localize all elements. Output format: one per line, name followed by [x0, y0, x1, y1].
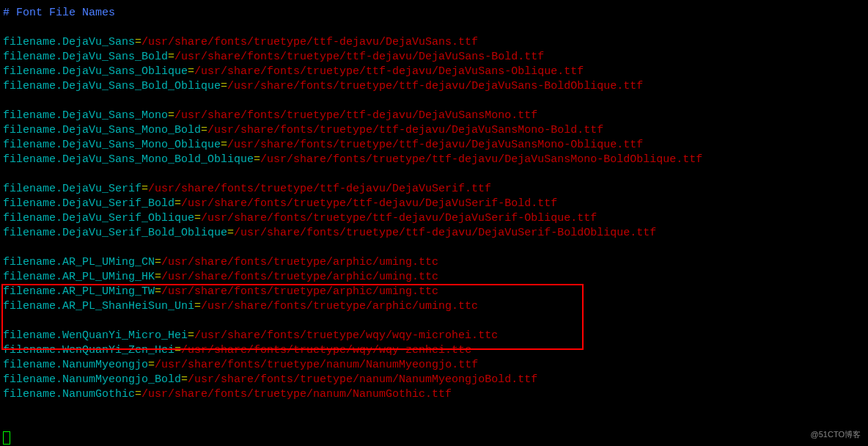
equals-sign: =: [168, 51, 174, 63]
config-key: filename.DejaVu_Serif_Bold_Oblique: [3, 227, 227, 239]
config-key: filename.WenQuanYi_Zen_Hei: [3, 344, 174, 357]
config-line: filename.DejaVu_Sans_Mono=/usr/share/fon…: [3, 109, 868, 123]
config-path: /usr/share/fonts/truetype/ttf-dejavu/Dej…: [174, 51, 544, 63]
equals-sign: =: [221, 80, 227, 92]
blank-line: [3, 314, 868, 329]
config-line: filename.DejaVu_Sans_Mono_Oblique=/usr/s…: [3, 138, 868, 153]
equals-sign: =: [155, 256, 161, 268]
equals-sign: =: [194, 300, 201, 312]
config-path: /usr/share/fonts/truetype/ttf-dejavu/Dej…: [234, 227, 656, 239]
equals-sign: =: [254, 153, 260, 166]
config-line: filename.NanumMyeongjo=/usr/share/fonts/…: [3, 358, 868, 373]
config-line: filename.DejaVu_Sans_Bold=/usr/share/fon…: [3, 50, 868, 65]
config-path: /usr/share/fonts/truetype/wqy/wqy-zenhei…: [181, 344, 471, 357]
config-line: filename.AR_PL_UMing_CN=/usr/share/fonts…: [3, 255, 868, 270]
config-key: filename.DejaVu_Sans_Bold: [3, 51, 168, 63]
config-key: filename.DejaVu_Sans: [3, 36, 135, 48]
config-path: /usr/share/fonts/truetype/ttf-dejavu/Dej…: [201, 212, 597, 224]
comment-text: # Font File Names: [3, 7, 115, 19]
config-key: filename.NanumMyeongjo_Bold: [3, 373, 181, 386]
config-key: filename.NanumGothic: [3, 388, 135, 401]
config-path: /usr/share/fonts/truetype/ttf-dejavu/Dej…: [194, 65, 584, 78]
config-line: filename.DejaVu_Sans_Mono_Bold_Oblique=/…: [3, 153, 868, 167]
config-key: filename.AR_PL_UMing_HK: [3, 271, 155, 283]
blank-line: [3, 21, 868, 35]
config-line: filename.WenQuanYi_Zen_Hei=/usr/share/fo…: [3, 343, 868, 358]
config-line: filename.DejaVu_Sans_Mono_Bold=/usr/shar…: [3, 123, 868, 138]
config-path: /usr/share/fonts/truetype/ttf-dejavu/Dej…: [148, 183, 491, 195]
equals-sign: =: [155, 271, 161, 283]
equals-sign: =: [201, 124, 207, 136]
equals-sign: =: [141, 183, 148, 195]
config-key: filename.DejaVu_Serif: [3, 183, 141, 195]
config-path: /usr/share/fonts/truetype/arphic/uming.t…: [161, 256, 438, 268]
equals-sign: =: [174, 344, 181, 357]
equals-sign: =: [135, 36, 141, 48]
config-key: filename.DejaVu_Sans_Oblique: [3, 65, 188, 78]
equals-sign: =: [221, 139, 227, 151]
config-key: filename.DejaVu_Serif_Bold: [3, 197, 174, 210]
comment-line: # Font File Names: [3, 6, 868, 21]
config-line: filename.DejaVu_Serif_Bold=/usr/share/fo…: [3, 197, 868, 211]
config-path: /usr/share/fonts/truetype/ttf-dejavu/Dej…: [227, 139, 643, 151]
config-path: /usr/share/fonts/truetype/ttf-dejavu/Dej…: [260, 153, 702, 166]
config-path: /usr/share/fonts/truetype/nanum/NanumGot…: [141, 388, 452, 401]
equals-sign: =: [181, 373, 188, 386]
config-line: filename.NanumGothic=/usr/share/fonts/tr…: [3, 387, 868, 402]
config-line: filename.AR_PL_UMing_TW=/usr/share/fonts…: [3, 285, 868, 299]
config-line: filename.AR_PL_ShanHeiSun_Uni=/usr/share…: [3, 299, 868, 314]
config-line: filename.DejaVu_Serif_Bold_Oblique=/usr/…: [3, 226, 868, 241]
equals-sign: =: [135, 388, 141, 401]
config-key: filename.AR_PL_UMing_TW: [3, 285, 155, 298]
blank-line: [3, 94, 868, 109]
config-key: filename.DejaVu_Sans_Mono_Bold: [3, 124, 201, 136]
config-key: filename.AR_PL_UMing_CN: [3, 256, 155, 268]
equals-sign: =: [194, 212, 201, 224]
config-line: filename.DejaVu_Serif_Oblique=/usr/share…: [3, 211, 868, 226]
config-line: filename.DejaVu_Sans_Bold_Oblique=/usr/s…: [3, 79, 868, 94]
text-cursor: [3, 431, 10, 445]
config-key: filename.DejaVu_Sans_Mono: [3, 109, 168, 122]
config-path: /usr/share/fonts/truetype/nanum/NanumMye…: [188, 373, 537, 386]
config-path: /usr/share/fonts/truetype/ttf-dejavu/Dej…: [181, 197, 557, 210]
config-path: /usr/share/fonts/truetype/ttf-dejavu/Dej…: [141, 36, 478, 48]
equals-sign: =: [227, 227, 234, 239]
equals-sign: =: [168, 109, 174, 122]
config-line: filename.AR_PL_UMing_HK=/usr/share/fonts…: [3, 270, 868, 285]
config-key: filename.DejaVu_Sans_Bold_Oblique: [3, 80, 221, 92]
config-path: /usr/share/fonts/truetype/arphic/uming.t…: [201, 300, 478, 312]
config-path: /usr/share/fonts/truetype/nanum/NanumMye…: [155, 359, 478, 371]
blank-line: [3, 167, 868, 182]
config-path: /usr/share/fonts/truetype/ttf-dejavu/Dej…: [227, 80, 643, 92]
config-path: /usr/share/fonts/truetype/arphic/uming.t…: [161, 271, 438, 283]
config-key: filename.WenQuanYi_Micro_Hei: [3, 329, 188, 342]
config-key: filename.DejaVu_Serif_Oblique: [3, 212, 194, 224]
equals-sign: =: [188, 65, 194, 78]
config-line: filename.DejaVu_Sans=/usr/share/fonts/tr…: [3, 35, 868, 50]
config-line: filename.WenQuanYi_Micro_Hei=/usr/share/…: [3, 329, 868, 343]
config-path: /usr/share/fonts/truetype/ttf-dejavu/Dej…: [174, 109, 537, 122]
equals-sign: =: [148, 359, 155, 371]
config-line: filename.DejaVu_Sans_Oblique=/usr/share/…: [3, 65, 868, 79]
equals-sign: =: [155, 285, 161, 298]
config-key: filename.DejaVu_Sans_Mono_Oblique: [3, 139, 221, 151]
config-path: /usr/share/fonts/truetype/wqy/wqy-microh…: [194, 329, 498, 342]
equals-sign: =: [188, 329, 194, 342]
terminal-view[interactable]: # Font File Names filename.DejaVu_Sans=/…: [0, 0, 868, 402]
config-path: /usr/share/fonts/truetype/arphic/uming.t…: [161, 285, 438, 298]
config-line: filename.DejaVu_Serif=/usr/share/fonts/t…: [3, 182, 868, 197]
config-key: filename.AR_PL_ShanHeiSun_Uni: [3, 300, 194, 312]
blank-line: [3, 241, 868, 255]
config-key: filename.DejaVu_Sans_Mono_Bold_Oblique: [3, 153, 254, 166]
config-key: filename.NanumMyeongjo: [3, 359, 148, 371]
config-path: /usr/share/fonts/truetype/ttf-dejavu/Dej…: [207, 124, 603, 136]
equals-sign: =: [174, 197, 181, 210]
watermark: @51CTO博客: [811, 427, 861, 442]
config-line: filename.NanumMyeongjo_Bold=/usr/share/f…: [3, 373, 868, 387]
